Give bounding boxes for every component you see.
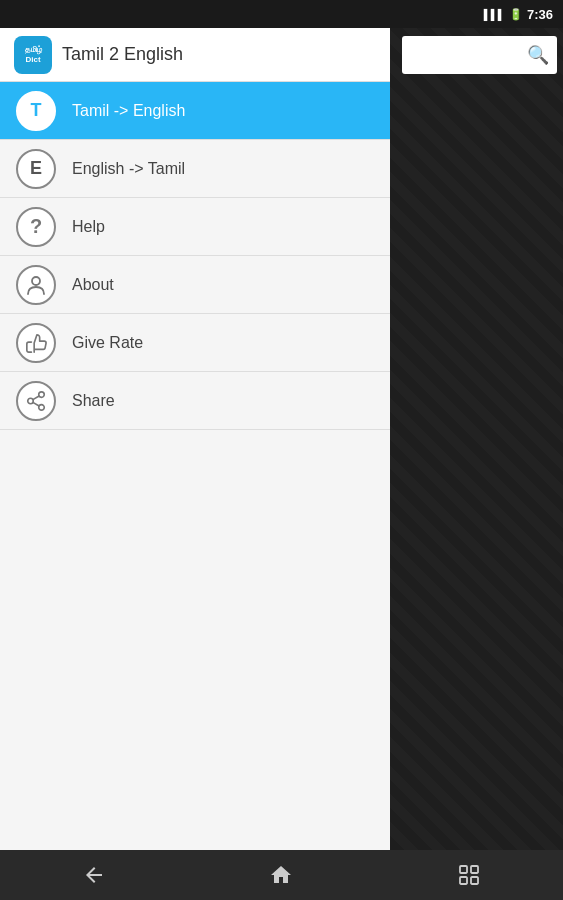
question-mark-icon: ?	[30, 215, 42, 238]
status-bar: ▌▌▌ 🔋 7:36	[0, 0, 563, 28]
menu-icon-english: E	[16, 149, 56, 189]
svg-point-1	[39, 391, 45, 397]
search-bar[interactable]: 🔍	[402, 36, 557, 74]
signal-icon: ▌▌▌	[484, 9, 505, 20]
svg-line-4	[33, 402, 39, 406]
menu-icon-share	[16, 381, 56, 421]
recents-button[interactable]	[444, 855, 494, 895]
search-icon[interactable]: 🔍	[527, 44, 549, 66]
menu-icon-give-rate	[16, 323, 56, 363]
svg-point-3	[39, 404, 45, 410]
menu-icon-about	[16, 265, 56, 305]
status-time: 7:36	[527, 7, 553, 22]
menu-item-about[interactable]: About	[0, 256, 390, 314]
svg-point-0	[32, 277, 40, 285]
menu-label-english-tamil: English -> Tamil	[72, 160, 185, 178]
svg-rect-8	[471, 877, 478, 884]
app-bar: தமிழ் Dict Tamil 2 English	[0, 28, 390, 82]
menu-label-share: Share	[72, 392, 115, 410]
svg-rect-7	[471, 866, 478, 873]
svg-point-2	[28, 398, 34, 404]
status-icons: ▌▌▌ 🔋 7:36	[484, 7, 553, 22]
menu-item-english-tamil[interactable]: E English -> Tamil	[0, 140, 390, 198]
svg-line-5	[33, 395, 39, 399]
back-icon	[82, 863, 106, 887]
battery-icon: 🔋	[509, 8, 523, 21]
right-panel: 🔍	[390, 28, 563, 850]
home-icon	[269, 863, 293, 887]
menu-label-about: About	[72, 276, 114, 294]
menu-label-help: Help	[72, 218, 105, 236]
app-logo-text: தமிழ் Dict	[25, 45, 42, 64]
share-icon	[25, 390, 47, 412]
menu-item-help[interactable]: ? Help	[0, 198, 390, 256]
menu-item-tamil-english[interactable]: T Tamil -> English	[0, 82, 390, 140]
home-button[interactable]	[256, 855, 306, 895]
person-icon	[25, 274, 47, 296]
menu-label-give-rate: Give Rate	[72, 334, 143, 352]
menu-icon-help: ?	[16, 207, 56, 247]
app-title: Tamil 2 English	[62, 44, 183, 65]
thumbsup-icon	[25, 332, 47, 354]
navigation-drawer: T Tamil -> English E English -> Tamil ? …	[0, 82, 390, 850]
app-logo: தமிழ் Dict	[14, 36, 52, 74]
bottom-nav-bar	[0, 850, 563, 900]
menu-icon-tamil: T	[16, 91, 56, 131]
svg-rect-9	[460, 877, 467, 884]
menu-item-share[interactable]: Share	[0, 372, 390, 430]
menu-item-give-rate[interactable]: Give Rate	[0, 314, 390, 372]
menu-label-tamil-english: Tamil -> English	[72, 102, 185, 120]
svg-rect-6	[460, 866, 467, 873]
back-button[interactable]	[69, 855, 119, 895]
recents-icon	[457, 863, 481, 887]
